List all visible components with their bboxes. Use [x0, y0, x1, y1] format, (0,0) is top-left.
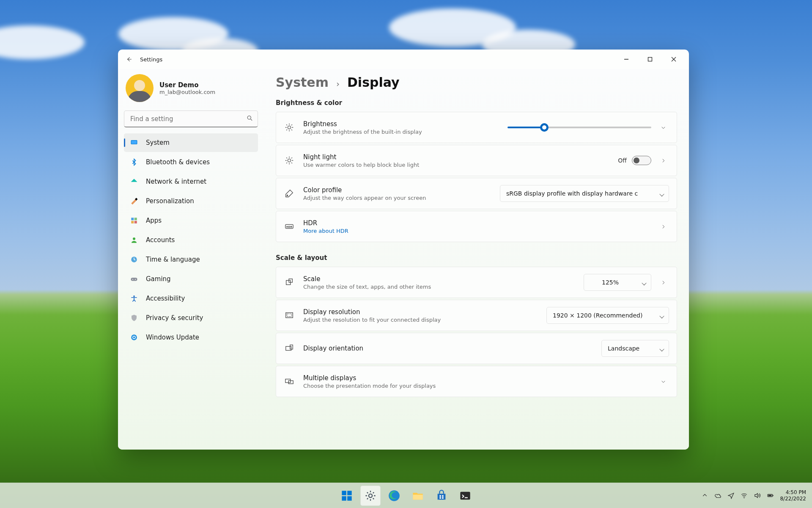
sidebar-item-system[interactable]: System: [124, 133, 258, 152]
multiple-expand[interactable]: [657, 375, 669, 387]
sidebar-item-label: Privacy & security: [146, 314, 203, 322]
multiple-title: Multiple displays: [303, 374, 649, 382]
svg-rect-11: [131, 278, 137, 281]
card-multiple-displays[interactable]: Multiple displays Choose the presentatio…: [276, 366, 677, 397]
brightness-icon: [284, 123, 295, 132]
tray-clock[interactable]: 4:50 PM 8/22/2022: [780, 489, 809, 502]
svg-rect-32: [347, 496, 352, 501]
sidebar-item-apps[interactable]: Apps: [124, 211, 258, 230]
maximize-button[interactable]: [638, 50, 662, 69]
sidebar-item-privacy[interactable]: Privacy & security: [124, 309, 258, 327]
sidebar-item-accounts[interactable]: Accounts: [124, 231, 258, 249]
close-button[interactable]: [662, 50, 686, 69]
sidebar-item-update[interactable]: Windows Update: [124, 328, 258, 347]
hdr-link[interactable]: More about HDR: [303, 228, 649, 234]
svg-rect-7: [131, 221, 134, 224]
chevron-right-icon: ›: [336, 79, 340, 89]
left-column: User Demo m_lab@outlook.com System Bluet…: [118, 69, 264, 450]
sidebar-item-personalization[interactable]: Personalization: [124, 192, 258, 210]
scale-icon: [284, 278, 295, 287]
sidebar-item-label: Accounts: [146, 236, 175, 244]
scale-nav[interactable]: [657, 276, 669, 288]
user-display-name: User Demo: [159, 81, 215, 89]
taskbar: 4:50 PM 8/22/2022: [0, 483, 812, 508]
color-profile-icon: [284, 189, 295, 198]
sidebar-item-network[interactable]: Network & internet: [124, 172, 258, 191]
minimize-button[interactable]: [614, 50, 638, 69]
brightness-slider[interactable]: [508, 127, 651, 128]
tray-wifi-icon[interactable]: [741, 492, 748, 499]
svg-rect-30: [347, 491, 352, 495]
breadcrumb-parent[interactable]: System: [276, 75, 329, 90]
svg-point-41: [744, 497, 745, 498]
search-input[interactable]: [124, 110, 258, 127]
sidebar-item-accessibility[interactable]: Accessibility: [124, 289, 258, 308]
sidebar-item-bluetooth[interactable]: Bluetooth & devices: [124, 153, 258, 171]
taskbar-store[interactable]: [431, 486, 452, 506]
night-light-sub: Use warmer colors to help block blue lig…: [303, 162, 609, 168]
sidebar-item-label: System: [146, 139, 170, 146]
scale-dropdown[interactable]: 125%: [584, 274, 651, 291]
svg-rect-29: [342, 491, 346, 495]
svg-text:HDR: HDR: [286, 225, 293, 228]
svg-point-33: [369, 494, 372, 497]
user-email: m_lab@outlook.com: [159, 89, 215, 95]
svg-point-9: [133, 237, 135, 240]
brightness-expand[interactable]: [657, 121, 669, 133]
color-profile-dropdown[interactable]: sRGB display profile with display hardwa…: [500, 185, 669, 202]
time-icon: [130, 255, 138, 264]
brightness-sub: Adjust the brightness of the built-in di…: [303, 129, 499, 135]
taskbar-center: [337, 486, 475, 506]
card-brightness: Brightness Adjust the brightness of the …: [276, 112, 677, 143]
card-scale[interactable]: Scale Change the size of text, apps, and…: [276, 267, 677, 298]
svg-rect-36: [439, 495, 441, 497]
tray-location-icon[interactable]: [727, 492, 735, 499]
night-light-toggle[interactable]: [632, 156, 651, 165]
sidebar-item-label: Gaming: [146, 275, 171, 283]
taskbar-settings[interactable]: [360, 486, 381, 506]
tray-overflow-icon[interactable]: [701, 492, 708, 499]
taskbar-explorer[interactable]: [408, 486, 428, 506]
user-block[interactable]: User Demo m_lab@outlook.com: [124, 72, 258, 110]
back-arrow-icon: [126, 56, 132, 62]
personalization-icon: [130, 197, 138, 205]
back-button[interactable]: [121, 52, 137, 67]
svg-rect-23: [286, 313, 293, 318]
section-brightness-title: Brightness & color: [276, 99, 677, 107]
resolution-sub: Adjust the resolution to fit your connec…: [303, 317, 538, 323]
sidebar-item-label: Windows Update: [146, 334, 199, 341]
shield-icon: [130, 314, 138, 322]
apps-icon: [130, 216, 138, 225]
card-night-light[interactable]: Night light Use warmer colors to help bl…: [276, 145, 677, 176]
hdr-nav[interactable]: [657, 221, 669, 232]
night-light-state: Off: [618, 157, 627, 164]
svg-point-17: [288, 159, 291, 162]
svg-rect-5: [131, 218, 134, 220]
taskbar-terminal[interactable]: [455, 486, 475, 506]
system-icon: [130, 138, 138, 147]
tray-onedrive-icon[interactable]: [714, 492, 721, 499]
update-icon: [130, 333, 138, 342]
svg-rect-38: [439, 497, 441, 499]
taskbar-start[interactable]: [337, 486, 357, 506]
sidebar-item-label: Network & internet: [146, 178, 206, 185]
tray-date: 8/22/2022: [780, 496, 806, 502]
svg-point-1: [247, 116, 251, 119]
sidebar-item-time[interactable]: Time & language: [124, 250, 258, 269]
resolution-dropdown[interactable]: 812 × 508 (Recommended): [546, 307, 669, 324]
sidebar-item-gaming[interactable]: Gaming: [124, 270, 258, 288]
taskbar-edge[interactable]: [384, 486, 404, 506]
svg-rect-28: [288, 381, 293, 384]
night-light-nav[interactable]: [657, 155, 669, 166]
svg-rect-6: [134, 218, 137, 220]
accessibility-icon: [130, 294, 138, 303]
tray-volume-icon[interactable]: [754, 492, 761, 499]
bluetooth-icon: [130, 158, 138, 166]
section-scale-title: Scale & layout: [276, 254, 677, 262]
svg-point-12: [132, 279, 133, 280]
tray-battery-icon[interactable]: [767, 492, 774, 499]
nav: System Bluetooth & devices Network & int…: [124, 133, 258, 347]
card-orientation: Display orientation Landscape: [276, 333, 677, 364]
orientation-dropdown[interactable]: Landscape: [601, 340, 669, 357]
card-hdr[interactable]: HDR HDR More about HDR: [276, 211, 677, 242]
